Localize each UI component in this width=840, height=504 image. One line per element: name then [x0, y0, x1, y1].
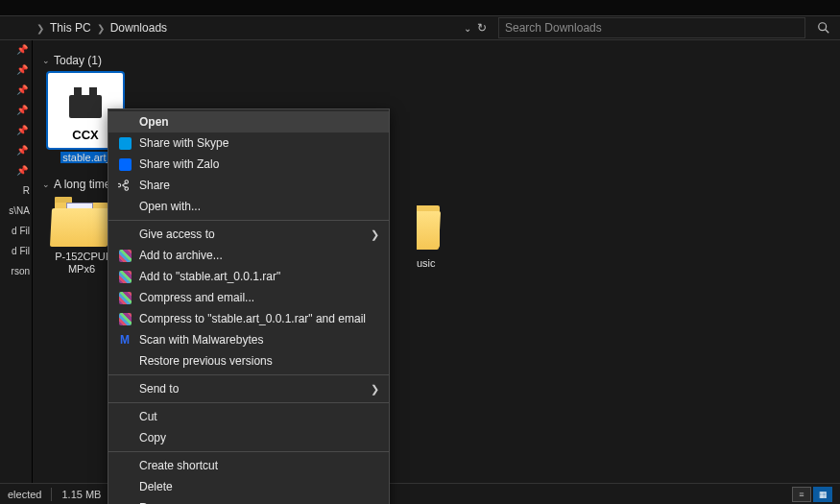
- ctx-compress-email[interactable]: Compress and email...: [108, 287, 389, 308]
- folder-item-partial[interactable]: [417, 202, 445, 252]
- ctx-send-to[interactable]: Send to ❯: [108, 378, 389, 399]
- breadcrumb-item[interactable]: This PC: [50, 21, 91, 35]
- navigation-pane[interactable]: 📌 📌 📌 📌 📌 📌 📌 R s\NA d Fil d Fil rson: [0, 40, 33, 483]
- refresh-icon[interactable]: ↻: [477, 21, 487, 35]
- ctx-copy[interactable]: Copy: [108, 427, 389, 448]
- group-header-label: A long time: [54, 178, 110, 191]
- sidebar-item-label[interactable]: R: [23, 185, 32, 196]
- status-divider: [51, 488, 52, 501]
- status-size-label: 1.15 MB: [61, 489, 101, 500]
- ctx-separator: [108, 220, 389, 221]
- address-bar: ❯ This PC ❯ Downloads ⌄ ↻ Search Downloa…: [0, 15, 840, 40]
- pin-icon: 📌: [16, 145, 32, 156]
- ctx-restore-previous[interactable]: Restore previous versions: [108, 350, 389, 372]
- chevron-right-icon: ❯: [371, 383, 379, 396]
- chevron-down-icon[interactable]: ⌄: [464, 23, 471, 34]
- chevron-right-icon: ❯: [371, 228, 379, 241]
- breadcrumb-item[interactable]: Downloads: [110, 21, 167, 35]
- ctx-separator: [108, 451, 389, 452]
- ctx-share-skype[interactable]: Share with Skype: [108, 132, 389, 154]
- svg-point-0: [819, 23, 827, 31]
- search-placeholder: Search Downloads: [505, 21, 799, 35]
- file-extension-label: CCX: [72, 128, 98, 142]
- status-selected-label: elected: [8, 489, 41, 500]
- pin-icon: 📌: [16, 165, 32, 176]
- folder-name-label: usic: [417, 257, 436, 269]
- zalo-icon: [119, 158, 132, 171]
- ctx-separator: [108, 374, 389, 375]
- chevron-down-icon: ⌄: [42, 180, 50, 189]
- plugin-glyph-icon: [69, 95, 102, 118]
- chevron-right-icon: ❯: [97, 23, 105, 34]
- ctx-open[interactable]: Open: [108, 111, 389, 132]
- group-header-today[interactable]: ⌄ Today (1): [42, 54, 830, 67]
- ctx-scan-malwarebytes[interactable]: M Scan with Malwarebytes: [108, 329, 389, 350]
- view-details-button[interactable]: ≡: [792, 487, 811, 502]
- ctx-rename[interactable]: Rename: [108, 497, 389, 504]
- pin-icon: 📌: [16, 125, 32, 135]
- svg-line-1: [826, 30, 829, 34]
- search-input[interactable]: Search Downloads: [498, 17, 805, 38]
- group-header-label: Today (1): [54, 54, 102, 67]
- ctx-add-to-rar[interactable]: Add to "stable.art_0.0.1.rar": [108, 266, 389, 287]
- ctx-separator: [108, 402, 389, 403]
- address-refresh-group: ⌄ ↻: [464, 21, 494, 35]
- winrar-icon: [119, 271, 132, 283]
- folder-thumbnail: [51, 199, 112, 247]
- skype-icon: [119, 137, 132, 150]
- breadcrumb[interactable]: ❯ This PC ❯ Downloads: [33, 21, 167, 35]
- ctx-create-shortcut[interactable]: Create shortcut: [108, 455, 389, 476]
- ctx-share-zalo[interactable]: Share with Zalo: [108, 154, 389, 175]
- sidebar-item-label[interactable]: d Fil: [12, 246, 32, 256]
- ctx-open-with[interactable]: Open with...: [108, 196, 389, 217]
- ctx-cut[interactable]: Cut: [108, 406, 389, 427]
- file-name-label: stable.art_: [60, 152, 113, 163]
- winrar-icon: [119, 292, 132, 304]
- search-icon[interactable]: [817, 21, 830, 35]
- share-icon: [116, 178, 133, 193]
- pin-icon: 📌: [16, 44, 32, 55]
- ctx-add-archive[interactable]: Add to archive...: [108, 245, 389, 266]
- winrar-icon: [119, 313, 132, 325]
- view-large-icons-button[interactable]: ▦: [813, 487, 832, 502]
- pin-icon: 📌: [16, 105, 32, 115]
- pin-icon: 📌: [16, 84, 32, 95]
- ctx-compress-to[interactable]: Compress to "stable.art_0.0.1.rar" and e…: [108, 308, 389, 329]
- ctx-give-access[interactable]: Give access to ❯: [108, 224, 389, 245]
- pin-icon: 📌: [16, 64, 32, 75]
- ctx-share[interactable]: Share: [108, 175, 389, 196]
- ctx-delete[interactable]: Delete: [108, 476, 389, 497]
- context-menu: Open Share with Skype Share with Zalo Sh…: [108, 108, 390, 504]
- ribbon-placeholder: [0, 0, 840, 15]
- malwarebytes-icon: M: [120, 333, 130, 347]
- winrar-icon: [119, 250, 132, 262]
- sidebar-item-label[interactable]: d Fil: [12, 226, 32, 236]
- sidebar-item-label[interactable]: rson: [12, 266, 32, 276]
- chevron-right-icon: ❯: [36, 23, 44, 34]
- sidebar-item-label[interactable]: s\NA: [9, 205, 32, 216]
- chevron-down-icon: ⌄: [42, 56, 50, 65]
